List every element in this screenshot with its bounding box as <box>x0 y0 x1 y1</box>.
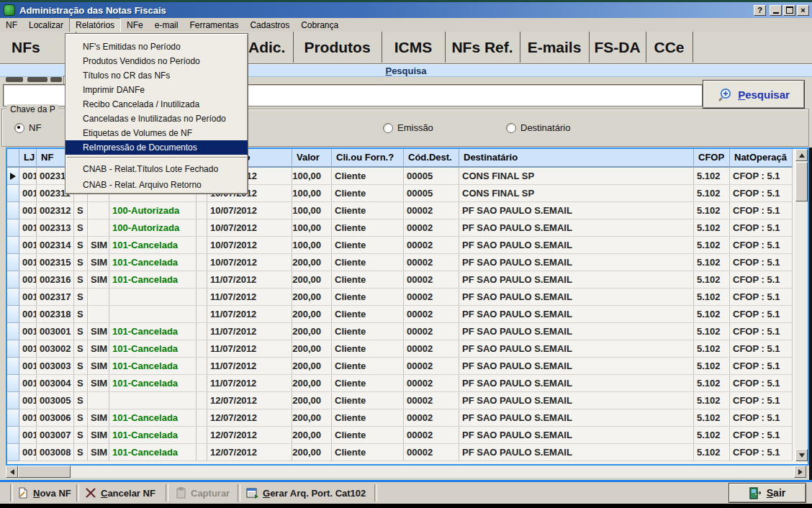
tab-nfs-ref[interactable]: NFs Ref. <box>445 32 520 63</box>
table-row[interactable]: 001 003008 S SIM 101-Cancelada 12/07/201… <box>7 444 793 461</box>
table-row[interactable]: 001 002316 S SIM 101-Cancelada 11/07/201… <box>7 271 793 289</box>
cell-status: 101-Cancelada <box>109 254 197 271</box>
cell-emissao: 11/07/2012 <box>207 340 292 358</box>
menu-relatorios[interactable]: Relatórios <box>69 18 121 32</box>
restore-button[interactable] <box>783 5 795 16</box>
table-row[interactable]: 001 002312 S 100-Autorizada 10/07/2012 1… <box>7 202 793 219</box>
cell-cod-dest: 00002 <box>404 375 459 392</box>
menu-nf[interactable]: NF <box>0 19 23 32</box>
help-button[interactable]: ? <box>754 5 766 16</box>
scroll-right-button[interactable] <box>794 466 806 478</box>
tab-fs-da[interactable]: FS-DA <box>589 32 646 63</box>
menu-item-cnab-retorno[interactable]: CNAB - Relat. Arquivo Retorno <box>66 177 248 193</box>
cell-lj: 001 <box>19 271 37 289</box>
table-row[interactable]: 001 003004 S SIM 101-Cancelada 11/07/201… <box>7 375 793 392</box>
cell-flag <box>197 271 207 289</box>
radio-destinatario[interactable]: Destinatário <box>506 122 570 133</box>
cell-cfop: 5.102 <box>694 271 730 289</box>
cancelar-nf-button[interactable]: Cancelar NF <box>85 482 155 504</box>
menu-nfe[interactable]: NFe <box>121 19 149 32</box>
restore-icon <box>786 6 793 14</box>
sair-button[interactable]: Sair <box>728 483 806 503</box>
col-header-cfop[interactable]: CFOP <box>694 149 730 168</box>
gerar-arquivo-button[interactable]: Gerar Arq. Port. Cat102 <box>246 482 366 504</box>
cell-destinatario: PF SAO PAULO S.EMAIL <box>459 409 694 427</box>
radio-nf[interactable]: NF <box>14 122 41 133</box>
cell-sim: SIM <box>88 375 109 392</box>
capturar-button[interactable]: Capturar <box>176 482 230 504</box>
cell-cod-dest: 00002 <box>404 289 459 306</box>
cell-cfop: 5.102 <box>694 254 730 271</box>
table-row[interactable]: 001 003001 S SIM 101-Cancelada 11/07/201… <box>7 323 793 340</box>
table-row[interactable]: 001 003005 S 12/07/2012 200,00 Cliente 0… <box>7 392 793 409</box>
menu-cadastros[interactable]: Cadastros <box>244 19 295 32</box>
tab-produtos[interactable]: Produtos <box>293 32 382 63</box>
horizontal-scrollbar[interactable] <box>6 466 806 478</box>
menu-email[interactable]: e-mail <box>149 19 184 32</box>
table-row[interactable]: 001 002315 S SIM 101-Cancelada 10/07/201… <box>7 254 793 271</box>
col-header-nat-operacao[interactable]: NatOperaçã <box>730 149 793 168</box>
cell-cli-forn: Cliente <box>332 358 404 375</box>
cell-cfop: 5.102 <box>694 168 730 185</box>
vertical-scroll-thumb[interactable] <box>795 162 808 201</box>
minimize-button[interactable] <box>770 5 782 16</box>
tab-cce[interactable]: CCe <box>646 32 693 63</box>
cell-lj: 001 <box>19 392 37 409</box>
scroll-up-button[interactable] <box>795 149 808 161</box>
cell-cfop: 5.102 <box>694 289 730 306</box>
tab-adic[interactable]: Adic. <box>248 32 294 63</box>
cell-s: S <box>74 340 88 358</box>
vertical-scrollbar[interactable] <box>795 149 808 461</box>
menu-item-produtos-vendidos[interactable]: Produtos Vendidos no Período <box>66 54 248 68</box>
menu-ferramentas[interactable]: Ferramentas <box>184 19 244 32</box>
table-row[interactable]: 001 002317 S 11/07/2012 200,00 Cliente 0… <box>7 289 793 306</box>
col-header-lj[interactable]: LJ <box>19 149 37 168</box>
cell-cfop: 5.102 <box>694 409 730 427</box>
cell-nat-operacao: CFOP : 5.1 <box>730 340 793 358</box>
cell-nf: 002318 <box>37 306 74 323</box>
table-row[interactable]: 001 003007 S SIM 101-Cancelada 12/07/201… <box>7 427 793 444</box>
cell-flag <box>197 444 207 461</box>
table-row[interactable]: 001 003002 S SIM 101-Cancelada 11/07/201… <box>7 340 793 358</box>
col-header-cli-forn[interactable]: Cli.ou Forn.? <box>332 149 404 168</box>
menu-item-recibo-cancelada[interactable]: Recibo Cancelada / Inutilizada <box>66 97 248 112</box>
close-button[interactable]: × <box>797 5 809 16</box>
cell-cli-forn: Cliente <box>332 340 404 358</box>
table-row[interactable]: 001 002313 S 100-Autorizada 10/07/2012 1… <box>7 219 793 237</box>
nova-nf-button[interactable]: Nova NF <box>17 482 71 504</box>
menu-item-nfs-emitidas[interactable]: NF's Emitidas no Período <box>66 40 248 54</box>
cell-lj: 001 <box>19 358 37 375</box>
scroll-left-button[interactable] <box>6 466 18 478</box>
table-row[interactable]: 001 003006 S SIM 101-Cancelada 12/07/201… <box>7 409 793 427</box>
menu-item-titulos-cr[interactable]: Títulos no CR das NFs <box>66 68 248 83</box>
horizontal-scroll-thumb[interactable] <box>18 466 71 478</box>
menu-item-imprimir-danfe[interactable]: Imprimir DANFe <box>66 83 248 97</box>
tab-icms[interactable]: ICMS <box>382 32 446 63</box>
gerar-arquivo-label: Gerar Arq. Port. Cat102 <box>263 488 366 499</box>
col-header-valor[interactable]: Valor <box>292 149 332 168</box>
col-header-cod-dest[interactable]: Cód.Dest. <box>404 149 459 168</box>
menu-item-reimpressao-documentos[interactable]: ReImpressão de Documentos <box>66 140 248 155</box>
table-row[interactable]: 001 002318 S 11/07/2012 200,00 Cliente 0… <box>7 306 793 323</box>
cell-flag <box>197 340 207 358</box>
search-button[interactable]: Pesquisar <box>703 80 805 109</box>
menu-item-cnab-titulos[interactable]: CNAB - Relat.Títulos Lote Fechado <box>66 161 248 177</box>
cell-emissao: 11/07/2012 <box>207 289 292 306</box>
radio-emissao[interactable]: Emissão <box>383 122 433 133</box>
table-row[interactable]: 001 003003 S SIM 101-Cancelada 11/07/201… <box>7 358 793 375</box>
menu-item-canceladas-inutilizadas[interactable]: Canceladas e Inutilizadas no Período <box>66 112 248 126</box>
menu-cobranca[interactable]: Cobrança <box>295 19 344 32</box>
cell-flag <box>197 289 207 306</box>
clipboard-icon <box>176 487 186 499</box>
col-header-destinatario[interactable]: Destinatário <box>459 149 694 168</box>
cell-valor: 100,00 <box>292 237 332 254</box>
tab-emails[interactable]: E-mails <box>520 32 590 63</box>
row-selector-cell <box>7 168 19 185</box>
cell-flag <box>197 219 207 237</box>
menu-item-etiquetas-volumes[interactable]: Etiquetas de Volumes de NF <box>66 126 248 140</box>
menu-localizar[interactable]: Localizar <box>23 19 69 32</box>
cell-emissao: 10/07/2012 <box>207 219 292 237</box>
table-row[interactable]: 001 002314 S SIM 101-Cancelada 10/07/201… <box>7 237 793 254</box>
cell-cfop: 5.102 <box>694 444 730 461</box>
scroll-down-button[interactable] <box>795 449 808 461</box>
